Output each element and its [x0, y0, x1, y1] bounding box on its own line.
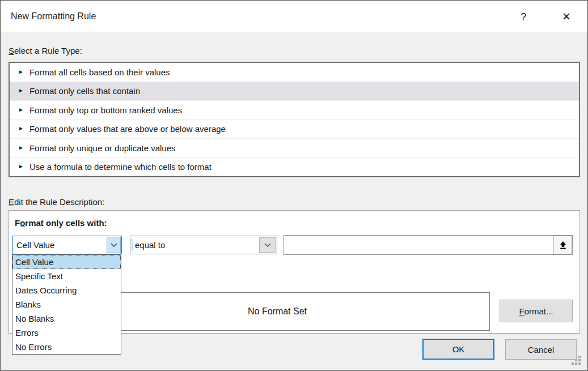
rule-type-label: Format all cells based on their values	[29, 67, 170, 77]
format-preview-text: No Format Set	[248, 306, 307, 317]
chevron-down-icon[interactable]	[259, 237, 276, 253]
list-arrow-icon: ►	[18, 163, 24, 169]
close-icon[interactable]: ✕	[557, 9, 576, 26]
select-rule-type-label: Select a Rule Type:	[9, 46, 82, 56]
format-preview-box: No Format Set	[65, 292, 490, 331]
dropdown-item-no-blanks[interactable]: No Blanks	[12, 312, 121, 326]
chevron-down-icon[interactable]	[107, 237, 121, 253]
list-arrow-icon: ►	[18, 69, 24, 75]
rule-type-label: Use a formula to determine which cells t…	[29, 162, 211, 172]
rule-type-item-above-below-average[interactable]: ► Format only values that are above or b…	[10, 120, 579, 139]
rule-type-label: Format only cells that contain	[29, 86, 140, 96]
dialog-title: New Formatting Rule	[11, 11, 96, 22]
rule-type-item-format-only-cells[interactable]: ► Format only cells that contain	[10, 82, 579, 101]
format-button[interactable]: Format...	[500, 300, 573, 322]
help-icon[interactable]: ?	[514, 9, 533, 26]
value-input[interactable]	[284, 235, 573, 255]
dropdown-item-cell-value[interactable]: Cell Value	[12, 255, 121, 269]
rule-type-label: Format only unique or duplicate values	[29, 143, 176, 153]
list-arrow-icon: ►	[18, 106, 24, 113]
rule-type-item-top-bottom-ranked[interactable]: ► Format only top or bottom ranked value…	[10, 101, 579, 120]
dropdown-item-errors[interactable]: Errors	[12, 326, 121, 340]
resize-grip[interactable]	[572, 356, 582, 366]
cell-value-dropdown-list: Cell Value Specific Text Dates Occurring…	[12, 254, 121, 355]
dropdown-item-dates-occurring[interactable]: Dates Occurring	[12, 283, 121, 297]
list-arrow-icon: ►	[18, 144, 24, 151]
format-only-cells-with-label: Format only cells with:	[15, 218, 107, 228]
rule-type-item-unique-duplicate[interactable]: ► Format only unique or duplicate values	[10, 139, 579, 158]
rule-type-label: Format only values that are above or bel…	[29, 124, 226, 134]
titlebar: New Formatting Rule ? ✕	[1, 1, 587, 32]
list-arrow-icon: ►	[18, 87, 24, 93]
cell-value-combobox[interactable]: Cell Value	[12, 236, 122, 254]
new-formatting-rule-dialog: New Formatting Rule ? ✕ Select a Rule Ty…	[0, 0, 588, 371]
cell-value-combobox-value: Cell Value	[16, 240, 54, 250]
ok-button[interactable]: OK	[422, 339, 494, 360]
dropdown-item-specific-text[interactable]: Specific Text	[12, 269, 121, 283]
operator-combobox[interactable]: equal to	[130, 236, 277, 254]
dropdown-item-no-errors[interactable]: No Errors	[12, 340, 121, 354]
collapse-dialog-icon[interactable]	[553, 236, 572, 254]
edit-rule-description-label: Edit the Rule Description:	[9, 197, 104, 207]
operator-combobox-value: equal to	[135, 240, 165, 250]
rule-type-item-format-all-cells[interactable]: ► Format all cells based on their values	[10, 63, 579, 82]
cancel-button[interactable]: Cancel	[505, 339, 577, 360]
rule-type-item-use-formula[interactable]: ► Use a formula to determine which cells…	[10, 158, 579, 177]
text-caret	[132, 239, 133, 251]
dropdown-item-blanks[interactable]: Blanks	[12, 297, 121, 312]
rule-type-label: Format only top or bottom ranked values	[29, 105, 182, 115]
list-arrow-icon: ►	[18, 125, 24, 131]
rule-type-list: ► Format all cells based on their values…	[9, 62, 580, 177]
